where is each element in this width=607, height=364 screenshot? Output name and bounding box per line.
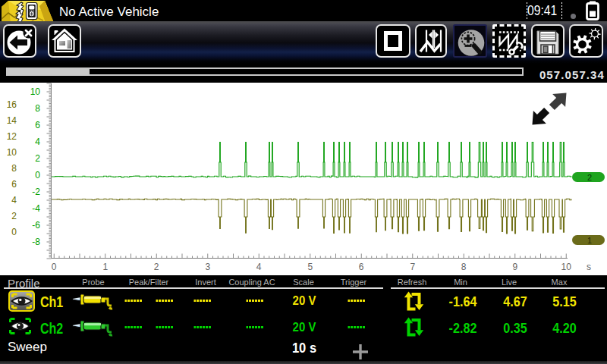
svg-text:-2: -2 [32, 187, 40, 197]
svg-text:1: 1 [102, 262, 108, 272]
svg-text:4: 4 [256, 262, 262, 272]
svg-text:-8: -8 [32, 237, 40, 247]
svg-text:s: s [587, 262, 591, 272]
svg-text:8: 8 [11, 163, 17, 174]
svg-text:1: 1 [587, 236, 592, 245]
svg-text:0: 0 [11, 227, 17, 237]
svg-text:-6: -6 [32, 220, 40, 231]
svg-text:12: 12 [7, 131, 17, 142]
svg-text:10: 10 [30, 86, 41, 97]
svg-text:-4: -4 [32, 203, 40, 214]
svg-text:8: 8 [461, 262, 467, 272]
svg-text:3: 3 [205, 262, 210, 272]
svg-text:0: 0 [35, 170, 40, 180]
svg-text:0: 0 [52, 262, 57, 272]
svg-text:6: 6 [359, 262, 364, 272]
svg-text:4: 4 [35, 136, 40, 147]
svg-text:16: 16 [7, 99, 17, 110]
svg-text:8: 8 [35, 103, 40, 114]
svg-text:14: 14 [7, 115, 17, 126]
svg-text:5: 5 [307, 262, 313, 272]
svg-text:7: 7 [410, 262, 415, 272]
svg-text:2: 2 [35, 153, 40, 164]
svg-text:2: 2 [11, 211, 17, 221]
svg-text:10: 10 [561, 262, 572, 272]
svg-text:9: 9 [512, 262, 517, 272]
svg-text:4: 4 [11, 195, 17, 206]
svg-text:6: 6 [11, 179, 17, 190]
svg-text:2: 2 [587, 173, 592, 182]
svg-text:10: 10 [7, 147, 17, 158]
svg-text:2: 2 [154, 262, 159, 272]
svg-text:6: 6 [35, 120, 40, 130]
